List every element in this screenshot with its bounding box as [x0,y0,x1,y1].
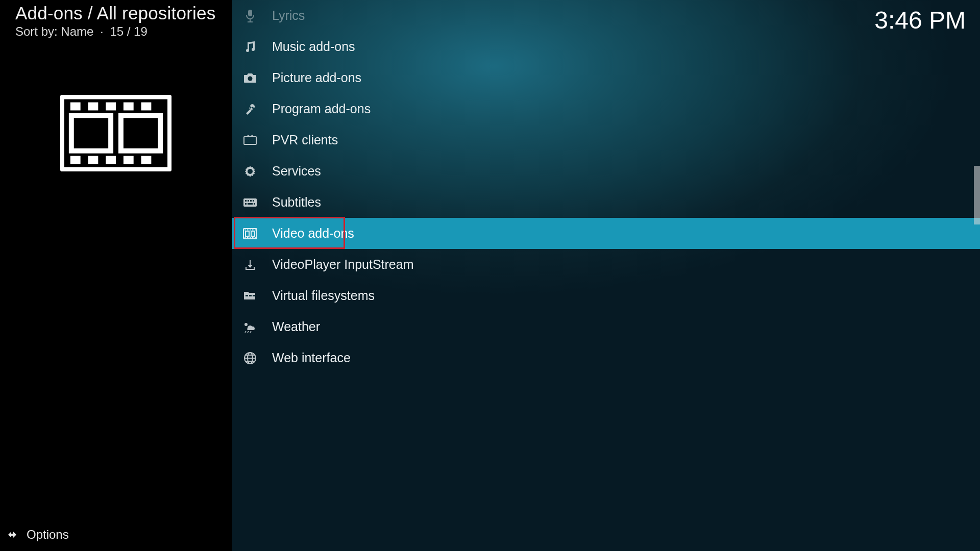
svg-point-20 [249,170,252,173]
category-row-weather[interactable]: Weather [232,311,980,342]
music-note-icon [242,39,258,55]
svg-rect-39 [250,237,251,238]
svg-rect-5 [141,103,152,111]
breadcrumb: Add-ons / All repositories [15,3,215,23]
svg-rect-11 [71,115,111,151]
category-label: Web interface [272,350,351,365]
svg-rect-21 [243,198,257,207]
svg-rect-13 [248,10,252,16]
clock: 3:46 PM [874,6,966,34]
svg-rect-33 [247,229,249,230]
category-label: Video add-ons [272,226,354,241]
svg-rect-25 [253,200,254,202]
category-label: Virtual filesystems [272,288,375,303]
globe-icon [242,350,258,366]
category-label: Program add-ons [272,102,371,116]
svg-rect-9 [124,156,134,164]
svg-rect-44 [254,267,255,269]
category-row-virtual-filesystems[interactable]: Virtual filesystems [232,280,980,311]
category-label: VideoPlayer InputStream [272,257,413,272]
svg-rect-1 [70,103,81,111]
svg-rect-14 [250,19,251,21]
svg-rect-40 [252,237,254,238]
svg-rect-7 [88,156,99,164]
folder-tree-icon [242,288,258,304]
microphone-icon [242,8,258,23]
svg-rect-37 [244,237,246,238]
list-position: 15 / 19 [110,24,147,38]
svg-rect-41 [255,237,256,238]
svg-rect-6 [70,156,81,164]
svg-rect-36 [255,229,256,230]
download-icon [242,257,258,272]
category-row-pvr-clients[interactable]: PVR clients [232,124,980,156]
svg-rect-38 [247,237,249,238]
svg-rect-8 [106,156,116,164]
tools-icon [242,102,258,117]
svg-rect-45 [246,295,248,296]
category-preview-icon [60,95,172,171]
film-icon [242,226,258,241]
weather-icon [242,319,258,335]
category-label: Lyrics [272,8,305,23]
sidebar-panel: Add-ons / All repositories Sort by: Name… [0,0,232,551]
category-row-picture-addons[interactable]: Picture add-ons [232,62,980,93]
svg-marker-57 [8,532,16,538]
category-label: Subtitles [272,195,321,210]
svg-line-50 [250,331,251,333]
sort-label: Sort by: Name [15,24,93,38]
options-icon [6,529,18,541]
svg-rect-47 [253,295,255,296]
category-row-program-addons[interactable]: Program add-ons [232,93,980,124]
category-label: PVR clients [272,133,338,147]
category-row-videoplayer-inputstream[interactable]: VideoPlayer InputStream [232,249,980,280]
category-label: Music add-ons [272,39,355,54]
svg-rect-3 [106,103,116,111]
svg-rect-22 [245,200,247,202]
svg-rect-24 [250,200,252,202]
svg-rect-31 [251,231,255,236]
scrollbar-thumb[interactable] [974,166,980,224]
svg-line-49 [248,331,249,333]
svg-rect-26 [245,203,247,205]
options-label: Options [27,528,69,542]
svg-rect-23 [248,200,249,202]
camera-icon [242,70,258,86]
options-button[interactable]: Options [6,528,69,542]
category-row-subtitles[interactable]: Subtitles [232,187,980,218]
category-row-music-addons[interactable]: Music add-ons [232,31,980,62]
svg-rect-46 [249,295,252,296]
svg-rect-4 [124,103,134,111]
svg-rect-32 [244,229,246,230]
svg-rect-2 [88,103,99,111]
category-row-lyrics[interactable]: Lyrics [232,0,980,31]
svg-rect-34 [250,229,251,230]
category-label: Weather [272,319,320,334]
svg-point-16 [248,76,253,81]
header: Add-ons / All repositories Sort by: Name… [15,3,215,39]
category-label: Picture add-ons [272,70,361,85]
svg-rect-35 [252,229,254,230]
svg-rect-43 [246,267,247,269]
svg-rect-42 [246,269,255,270]
svg-rect-15 [248,21,253,22]
category-row-web-interface[interactable]: Web interface [232,342,980,373]
svg-rect-17 [244,137,256,144]
svg-rect-10 [141,156,152,164]
keyboard-icon [242,195,258,210]
svg-line-48 [245,331,246,333]
category-label: Services [272,164,321,179]
svg-rect-30 [246,231,249,236]
category-row-services[interactable]: Services [232,156,980,187]
svg-rect-27 [248,203,253,205]
gear-icon [242,164,258,179]
separator-dot: · [100,24,104,39]
sort-info: Sort by: Name · 15 / 19 [15,24,215,39]
svg-rect-12 [121,115,160,151]
svg-point-51 [244,323,248,326]
svg-rect-28 [254,203,255,205]
category-list: LyricsMusic add-onsPicture add-onsProgra… [232,0,980,551]
category-row-video-addons[interactable]: Video add-ons [232,218,980,249]
tv-icon [242,133,258,148]
